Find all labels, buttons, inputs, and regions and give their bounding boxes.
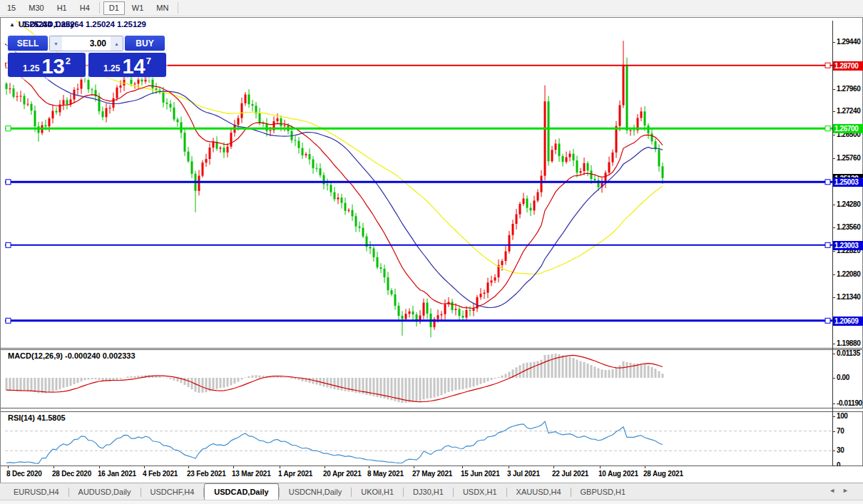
price-axis-label: 1.29440: [837, 38, 860, 46]
time-axis-tick: [99, 466, 100, 468]
date-axis-label: 27 May 2021: [412, 470, 452, 478]
tab-eurusd-h4[interactable]: EURUSD,H4: [4, 485, 68, 500]
time-axis-tick: [462, 466, 463, 468]
buy-price-big: 14: [122, 57, 145, 76]
one-click-trading-panel: SELL ▼ ▲ BUY 1.25 13 2 1.25 14 7: [6, 34, 168, 80]
buy-price-sup: 7: [146, 56, 151, 66]
status-strip: [0, 500, 863, 504]
tab-scroll-arrows: ◄►: [829, 487, 856, 494]
price-axis-label: 1.22080: [837, 270, 860, 278]
toolbar-separator: [178, 2, 178, 14]
tab-scroll-right-button[interactable]: ►: [842, 487, 856, 494]
current-price-label: 1.25129: [833, 174, 863, 183]
price-axis-label: 1.27240: [837, 107, 860, 115]
rsi-axis-label: 30: [837, 446, 844, 454]
buy-price-prefix: 1.25: [103, 63, 120, 73]
timeframe-button-h1[interactable]: H1: [51, 1, 73, 15]
macd-axis-label: 0.00: [837, 374, 849, 381]
tab-usdx-h1[interactable]: USDX,H1: [454, 485, 506, 500]
date-axis-label: 10 Aug 2021: [598, 470, 638, 478]
volume-input[interactable]: [62, 36, 111, 51]
timeframe-button-h4[interactable]: H4: [74, 1, 96, 15]
rsi-axis-label: 70: [837, 427, 844, 435]
time-axis-tick: [600, 466, 601, 468]
date-axis-label: 13 Mar 2021: [232, 470, 271, 478]
price-axis-label: 1.25760: [837, 154, 860, 162]
sell-price-sup: 2: [66, 56, 71, 66]
date-axis-label: 20 Apr 2021: [323, 470, 362, 478]
volume-spinner: ▼ ▲: [49, 36, 123, 51]
time-axis-tick: [188, 466, 189, 468]
price-axis-label: 1.23560: [837, 223, 860, 231]
date-axis-label: 22 Jul 2021: [552, 470, 588, 478]
macd-indicator-label: MACD(12,26,9) -0.000240 0.002333: [8, 351, 136, 360]
chart-window: ▲USDCAD,Daily 1.25234 1.25264 1.25024 1.…: [0, 17, 863, 483]
price-axis-label: 1.26500: [837, 130, 860, 138]
price-axis-label: 1.27960: [837, 85, 860, 93]
date-axis-label: 3 Jul 2021: [507, 470, 540, 478]
price-line-label-1.28700: 1.28700: [833, 61, 863, 71]
rsi-axis-label: 100: [837, 412, 848, 420]
date-axis-label: 23 Feb 2021: [187, 470, 226, 478]
time-axis-tick: [8, 466, 9, 468]
buy-price-tile[interactable]: 1.25 14 7: [88, 53, 166, 77]
date-axis-label: 28 Aug 2021: [643, 470, 683, 478]
tab-gbpusd-h1[interactable]: GBPUSD,H1: [571, 485, 635, 500]
tab-usdcnh-daily[interactable]: USDCNH,Daily: [280, 485, 352, 500]
tab-audusd-daily[interactable]: AUDUSD,Daily: [69, 485, 141, 500]
price-line-label-1.23003: 1.23003: [833, 241, 863, 250]
sell-button[interactable]: SELL: [8, 36, 48, 51]
price-axis-line: [832, 21, 833, 466]
macd-axis-label: 0.01135: [837, 349, 860, 357]
date-axis-label: 15 Jun 2021: [461, 470, 500, 478]
time-axis-tick: [53, 466, 54, 468]
tab-scroll-left-button[interactable]: ◄: [829, 487, 842, 494]
time-axis-tick: [144, 466, 145, 468]
buy-button[interactable]: BUY: [125, 36, 165, 51]
tab-usdchf-h4[interactable]: USDCHF,H4: [141, 485, 204, 500]
macd-axis-label: -0.01190: [837, 399, 862, 407]
time-axis-tick: [233, 466, 234, 468]
time-axis-tick: [645, 466, 645, 468]
date-axis-label: 16 Jan 2021: [98, 470, 136, 478]
time-axis-tick: [325, 466, 325, 468]
timeframe-toolbar: 15M30H1H4D1W1MN: [0, 0, 863, 16]
date-axis-label: 8 May 2021: [367, 470, 404, 478]
timeframe-button-15[interactable]: 15: [1, 1, 21, 15]
timeframe-button-d1[interactable]: D1: [103, 1, 125, 15]
price-axis-label: 1.21340: [837, 293, 860, 301]
time-axis-tick: [509, 466, 509, 468]
hline-1.26700[interactable]: [5, 126, 832, 131]
price-axis-label: 1.24280: [837, 200, 860, 208]
timeframe-button-w1[interactable]: W1: [126, 1, 150, 15]
sell-price-tile[interactable]: 1.25 13 2: [8, 53, 86, 77]
volume-increase-button[interactable]: ▲: [111, 36, 123, 51]
price-axis-label: 1.19880: [837, 339, 860, 347]
time-axis-tick: [369, 466, 369, 468]
time-axis[interactable]: 8 Dec 202028 Dec 202016 Jan 20214 Feb 20…: [1, 466, 863, 483]
timeframe-button-m30[interactable]: M30: [23, 1, 49, 15]
price-line-label-1.25003: 1.25003: [833, 178, 863, 187]
hline-1.25003[interactable]: [5, 180, 832, 185]
tab-xauusd-h4[interactable]: XAUUSD,H4: [507, 485, 571, 500]
rsi-canvas[interactable]: [5, 412, 832, 466]
price-line-label-1.20609: 1.20609: [833, 317, 863, 326]
toolbar-separator: [99, 2, 100, 14]
date-axis-label: 8 Dec 2020: [6, 470, 42, 478]
tab-ukoil-h1[interactable]: UKOil,H1: [352, 485, 403, 500]
time-axis-tick: [553, 466, 554, 468]
hline-1.20609[interactable]: [5, 318, 832, 323]
volume-decrease-button[interactable]: ▼: [50, 36, 62, 51]
sell-price-big: 13: [41, 57, 64, 76]
date-axis-label: 1 Apr 2021: [278, 470, 312, 478]
chart-title: ▲USDCAD,Daily 1.25234 1.25264 1.25024 1.…: [9, 20, 23, 29]
chart-tab-bar: EURUSD,H4AUDUSD,DailyUSDCHF,H4USDCAD,Dai…: [0, 483, 863, 500]
tab-dj30-h1[interactable]: DJ30,H1: [404, 485, 453, 500]
hline-1.23003[interactable]: [5, 242, 832, 247]
collapse-chart-icon[interactable]: ▲: [9, 21, 15, 28]
timeframe-button-mn[interactable]: MN: [150, 1, 174, 15]
price-axis-label: 1.22820: [837, 247, 860, 254]
tab-usdcad-daily[interactable]: USDCAD,Daily: [204, 483, 278, 500]
sell-price-prefix: 1.25: [23, 63, 39, 73]
time-axis-tick: [280, 466, 280, 468]
